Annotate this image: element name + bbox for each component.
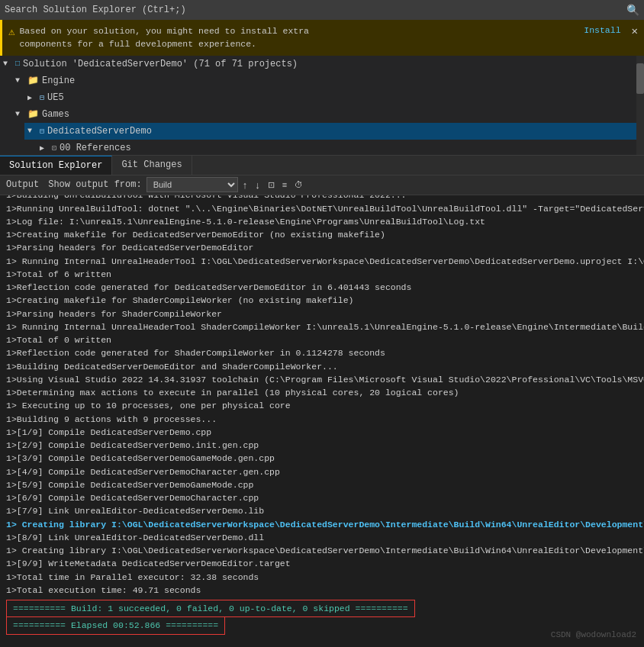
output-line: 1>[4/9] Compile DedicatedServerDemoChara… (6, 465, 638, 478)
solution-icon: □ (15, 60, 20, 68)
output-line: 1>Building 9 actions with 9 processes... (6, 413, 638, 426)
output-line: 1>Total time in Parallel executor: 32.38… (6, 571, 638, 584)
expand-arrow-engine: ▼ (15, 76, 27, 85)
output-line: 1>[1/9] Compile DedicatedServerDemo.cpp (6, 426, 638, 439)
warning-message: Based on your solution, you might need t… (19, 24, 579, 51)
tree-item-engine[interactable]: ▼ 📁 Engine (12, 72, 644, 89)
output-line: 1>[6/9] Compile DedicatedServerDemoChara… (6, 491, 638, 504)
output-line: 1>Total of 0 written (6, 333, 638, 346)
solution-label: Solution 'DedicatedServerDemo' (71 of 71… (23, 59, 298, 69)
folder-icon-games: 📁 (27, 108, 39, 120)
warning-icon: ⚠ (8, 25, 14, 38)
scrollbar-thumb (636, 63, 644, 94)
output-line: 1>[2/9] Compile DedicatedServerDemo.init… (6, 439, 638, 452)
ref-icon: ⊡ (52, 143, 56, 153)
expand-arrow-games: ▼ (15, 110, 27, 118)
expand-arrow-demo: ▼ (27, 127, 40, 135)
output-source-select[interactable]: Build (147, 177, 238, 192)
output-line: 1>Creating makefile for ShaderCompileWor… (6, 294, 638, 307)
output-panel: Output Show output from: Build ↑ ↓ ⊡ ≡ ⏱… (0, 175, 644, 638)
output-line: 1>Running UnrealBuildTool: dotnet ".\..\… (6, 202, 638, 215)
ue5-label: UE5 (47, 92, 64, 103)
output-line: 1>Total execution time: 49.71 seconds (6, 584, 638, 597)
output-line: 1> Running Internal UnrealHeaderTool I:\… (6, 255, 638, 268)
project-icon-demo: ⊟ (40, 127, 44, 136)
build-summary-box: ========== Build: 1 succeeded, 0 failed,… (6, 600, 415, 617)
solution-tree: ▼ □ Solution 'DedicatedServerDemo' (71 o… (0, 56, 644, 155)
folder-icon-engine: 📁 (27, 75, 39, 86)
toolbar-btn-wrap[interactable]: ≡ (279, 179, 290, 191)
output-line: 1>[8/9] Link UnrealEditor-DedicatedServe… (6, 531, 638, 544)
toolbar-btn-down[interactable]: ↓ (252, 178, 263, 192)
solution-explorer-panel: Search Solution Explorer (Ctrl+;) 🔍 ⚠ Ba… (0, 0, 644, 175)
output-line: 1> Creating library I:\OGL\DedicatedServ… (6, 544, 638, 557)
tab-solution-explorer-label: Solution Explorer (9, 160, 102, 171)
tree-item-ue5[interactable]: ▶ ⊟ UE5 (24, 89, 644, 106)
watermark: CSDN @wodownload2 (551, 630, 636, 639)
output-line: 1>[3/9] Compile DedicatedServerDemoGameM… (6, 452, 638, 465)
references-label: 00 References (60, 143, 131, 153)
tree-scrollbar[interactable] (636, 56, 644, 155)
output-line: 1>Parsing headers for ShaderCompileWorke… (6, 307, 638, 320)
tab-bar: Solution Explorer Git Changes (0, 155, 644, 175)
output-line: 1> Creating library I:\OGL\DedicatedServ… (6, 518, 638, 531)
search-placeholder: Search Solution Explorer (Ctrl+;) (5, 5, 186, 15)
output-line: 1>Log file: I:\unreal5.1\UnrealEngine-5.… (6, 215, 638, 228)
search-bar: Search Solution Explorer (Ctrl+;) 🔍 (0, 0, 644, 20)
build-summary-elapsed-box: ========== Elapsed 00:52.866 ========== (6, 617, 225, 634)
expand-arrow-refs: ▶ (40, 143, 52, 153)
toolbar-btn-clear[interactable]: ⊡ (265, 179, 278, 192)
tab-git-changes-label: Git Changes (121, 159, 182, 170)
show-output-label: Show output from: (48, 179, 141, 190)
demo-label: DedicatedServerDemo (47, 126, 152, 137)
output-toolbar: Show output from: Build ↑ ↓ ⊡ ≡ ⏱ (48, 177, 638, 192)
build-summary-wrapper: ========== Build: 1 succeeded, 0 failed,… (6, 597, 638, 635)
tab-solution-explorer[interactable]: Solution Explorer (0, 156, 112, 175)
output-line: 1>Reflection code generated for ShaderCo… (6, 346, 638, 359)
games-label: Games (42, 109, 69, 120)
tree-item-dedicated-server-demo[interactable]: ▼ ⊟ DedicatedServerDemo (24, 123, 644, 140)
tree-item-references[interactable]: ▶ ⊡ 00 References (37, 140, 644, 155)
tree-wrapper: ▼ □ Solution 'DedicatedServerDemo' (71 o… (0, 56, 644, 155)
output-line: 1>[7/9] Link UnrealEditor-DedicatedServe… (6, 504, 638, 517)
output-content[interactable]: Build started...1>------ Build started: … (0, 195, 644, 638)
tree-item-games[interactable]: ▼ 📁 Games (12, 106, 644, 123)
tab-git-changes[interactable]: Git Changes (112, 156, 192, 175)
output-line: 1>Building UnrealBuildTool with Microsof… (6, 195, 638, 202)
output-line: 1> Executing up to 10 processes, one per… (6, 399, 638, 412)
output-line: 1>Reflection code generated for Dedicate… (6, 281, 638, 294)
toolbar-btn-history[interactable]: ⏱ (291, 179, 306, 191)
output-header: Output Show output from: Build ↑ ↓ ⊡ ≡ ⏱ (0, 175, 644, 195)
output-line: 1>Using Visual Studio 2022 14.34.31937 t… (6, 373, 638, 386)
install-link[interactable]: Install (584, 25, 620, 35)
output-line: 1>Building DedicatedServerDemoEditor and… (6, 360, 638, 373)
project-icon-ue5: ⊟ (40, 93, 44, 102)
output-line: 1> Running Internal UnrealHeaderTool Sha… (6, 320, 638, 333)
output-line: 1>Creating makefile for DedicatedServerD… (6, 228, 638, 241)
search-icon[interactable]: 🔍 (626, 4, 639, 17)
output-line: 1>Parsing headers for DedicatedServerDem… (6, 241, 638, 254)
expand-arrow-ue5: ▶ (27, 93, 40, 102)
solution-root[interactable]: ▼ □ Solution 'DedicatedServerDemo' (71 o… (0, 56, 644, 72)
close-warning-button[interactable]: ✕ (632, 24, 638, 37)
output-line: 1>[5/9] Compile DedicatedServerDemoGameM… (6, 478, 638, 491)
expand-arrow: ▼ (3, 60, 15, 68)
output-line: 1>Total of 6 written (6, 268, 638, 281)
output-line: 1>[9/9] WriteMetadata DedicatedServerDem… (6, 557, 638, 570)
output-title: Output (6, 179, 39, 190)
warning-bar: ⚠ Based on your solution, you might need… (0, 20, 644, 56)
toolbar-btn-up[interactable]: ↑ (240, 178, 251, 192)
output-line: 1>Determining max actions to execute in … (6, 386, 638, 399)
engine-label: Engine (42, 76, 75, 86)
